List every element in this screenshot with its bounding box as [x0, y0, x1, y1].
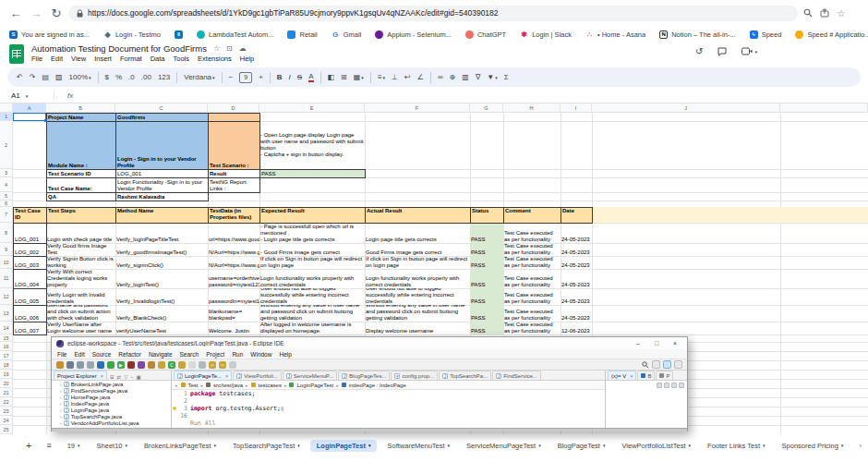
menu-view[interactable]: View [71, 55, 86, 63]
cell-F11[interactable]: Login functionality works properly with … [365, 269, 471, 289]
row-header-12[interactable]: 12 [0, 288, 13, 305]
row-header-2[interactable]: 2 [0, 121, 13, 169]
menu-data[interactable]: Data [151, 55, 165, 63]
sheet-tab-menu-icon[interactable]: ▾ [538, 443, 541, 448]
cell-D10[interactable]: N/Aurl=https://www.goodfirms.co/ [208, 256, 260, 270]
toolbar-merge-cells[interactable]: ▦▾ [354, 73, 364, 81]
cell-K14[interactable] [780, 322, 868, 335]
eclipse-menu-file[interactable]: File [57, 351, 66, 358]
open-perspective-icon[interactable] [652, 360, 660, 369]
sheet-tab-menu-icon[interactable]: ▾ [78, 443, 80, 448]
cell-J14[interactable] [592, 322, 781, 335]
row-header-8[interactable]: 8 [0, 223, 13, 243]
cell-C12[interactable]: Verify_InvalidloginTest() [115, 288, 209, 306]
eclipse-window[interactable]: eclipse-workspace - Test/src/test/java/t… [51, 336, 688, 432]
row-header-3[interactable]: 3 [0, 169, 13, 177]
cell-B5[interactable]: QA [46, 192, 116, 201]
bookmark-chatgpt[interactable]: ChatGPT [465, 30, 506, 39]
pin-editor-icon[interactable] [229, 361, 236, 369]
toolbar-redo[interactable]: ↷ [30, 73, 36, 81]
cell-K4[interactable] [780, 177, 868, 193]
cell-A9[interactable]: LOG_002 [13, 243, 47, 257]
sheet-tab-viewportfoliolisttest[interactable]: ViewPortfolioListTest▾ [615, 440, 697, 452]
eclipse-menu-project[interactable]: Project [206, 351, 224, 358]
forward-button[interactable]: → [28, 6, 44, 20]
cell-D11[interactable]: username=orderhive2018@gmail.com passwor… [208, 269, 260, 289]
minimize-button[interactable]: – [631, 340, 645, 346]
cell-J9[interactable] [592, 243, 781, 257]
cell-H10[interactable]: Test Case executed as per functionality [503, 256, 561, 270]
cell-J11[interactable] [592, 269, 781, 289]
cell-F8[interactable]: Login page title gets corrects [365, 223, 471, 244]
right-toolbar-icon-0[interactable] [657, 383, 662, 388]
sheet-tab-menu-icon[interactable]: ▾ [368, 443, 371, 448]
toolbar-fill-color[interactable]: ◧ [328, 73, 335, 81]
cell-C8[interactable]: Verify_loginPageTitleTest [115, 223, 209, 244]
share-icon[interactable] [818, 6, 831, 19]
cell-E7[interactable]: Expected Result [259, 207, 366, 224]
cell-F14[interactable]: Display welcome username [365, 322, 471, 335]
skip-breakpoints-icon[interactable] [97, 361, 104, 369]
cell-A14[interactable]: LOG_007 [13, 322, 47, 335]
debug-perspective-icon[interactable] [674, 360, 682, 369]
cell-G10[interactable]: PASS [470, 256, 504, 270]
cell-B2[interactable]: Module Name : [46, 121, 116, 170]
toolbar-format-currency[interactable]: $ [105, 73, 109, 81]
last-edit-icon[interactable] [199, 361, 206, 369]
cell-I13[interactable]: 24-05-2023 [561, 305, 593, 322]
cell-D8[interactable]: url=https://www.goodfirms.co/ [208, 223, 260, 244]
breadcrumb-item[interactable]: indexPage : IndexPage [349, 383, 406, 388]
toolbar-text-color[interactable]: A [308, 73, 313, 82]
cell-K25[interactable] [780, 425, 868, 434]
bookmark-speed-blue[interactable]: ϟSpeed [750, 30, 782, 39]
cell-G4[interactable] [470, 177, 504, 193]
breadcrumb-item[interactable]: src/test/java [213, 383, 243, 388]
print-icon[interactable] [87, 361, 94, 369]
col-header-E[interactable]: E [259, 103, 365, 113]
menu-insert[interactable]: Insert [94, 55, 112, 63]
sheet-tab-menu-icon[interactable]: ▾ [214, 443, 217, 448]
cell-D12[interactable]: passwordIn=mytest1@123 [208, 288, 260, 306]
maximize-button[interactable]: □ [649, 340, 664, 346]
code-editor[interactable]: 1package testcases;23import org.testng.A… [172, 390, 605, 427]
cell-K2[interactable] [780, 121, 868, 170]
cell-H4[interactable] [503, 177, 561, 193]
cell-G14[interactable]: PASS [470, 322, 504, 335]
cell-I14[interactable]: 12-06-2023 [561, 322, 593, 335]
bookmark-trello[interactable]: ‖ [175, 30, 183, 39]
toolbar-bold[interactable]: B [277, 73, 283, 81]
cell-G7[interactable]: Status [470, 207, 504, 224]
sheets-logo-icon[interactable] [9, 44, 24, 64]
cell-I11[interactable]: 24-05-2023 [561, 269, 593, 289]
cell-G13[interactable]: PASS [470, 305, 504, 322]
cell-K7[interactable] [780, 207, 868, 224]
cell-E13[interactable]: Without entering any value in user name … [259, 305, 366, 322]
new-java-project-icon[interactable] [148, 361, 155, 369]
explorer-toolbar-icon-2[interactable]: ▽ [124, 374, 127, 380]
sheet-tab-menu-icon[interactable]: ▾ [126, 443, 128, 448]
expand-arrow-icon[interactable]: › [60, 401, 62, 407]
explorer-toolbar-icon-3[interactable]: ‒ [130, 374, 133, 380]
move-folder-icon[interactable]: ⊡ [226, 44, 233, 53]
explorer-toolbar-icon-0[interactable]: ⊟ [110, 374, 115, 380]
cell-F10[interactable]: If click on Sign in button page will red… [365, 256, 471, 270]
bookmark-testmo[interactable]: ◆Login - Testmo [103, 30, 161, 39]
bookmark-slack[interactable]: ✱Login | Slack [520, 30, 572, 39]
col-header-H[interactable]: H [503, 103, 561, 113]
cell-B12[interactable]: Verify Login with Invalid credentials [46, 288, 116, 306]
toolbar-filter-views[interactable]: ▼▾ [487, 73, 497, 81]
cell-I10[interactable]: 24-05-2023 [561, 256, 593, 270]
row-header-18[interactable]: 18 [0, 360, 13, 370]
run-icon[interactable]: ▶ [117, 361, 125, 369]
editor-tab-findservice[interactable]: JFindService... [492, 371, 541, 380]
row-header-10[interactable]: 10 [0, 256, 13, 269]
cell-C7[interactable]: Method Name [115, 207, 209, 224]
row-header-4[interactable]: 4 [0, 177, 13, 192]
cell-E3[interactable]: PASS [259, 169, 366, 178]
add-sheet-button[interactable]: + [20, 440, 37, 451]
cell-F4[interactable] [365, 177, 471, 193]
mark-occurrences-icon[interactable] [188, 361, 196, 369]
menu-help[interactable]: Help [240, 55, 254, 63]
meet-camera-icon[interactable]: ▾ [741, 47, 757, 55]
cell-D13[interactable]: blankuname= blankpwd= [208, 305, 260, 322]
